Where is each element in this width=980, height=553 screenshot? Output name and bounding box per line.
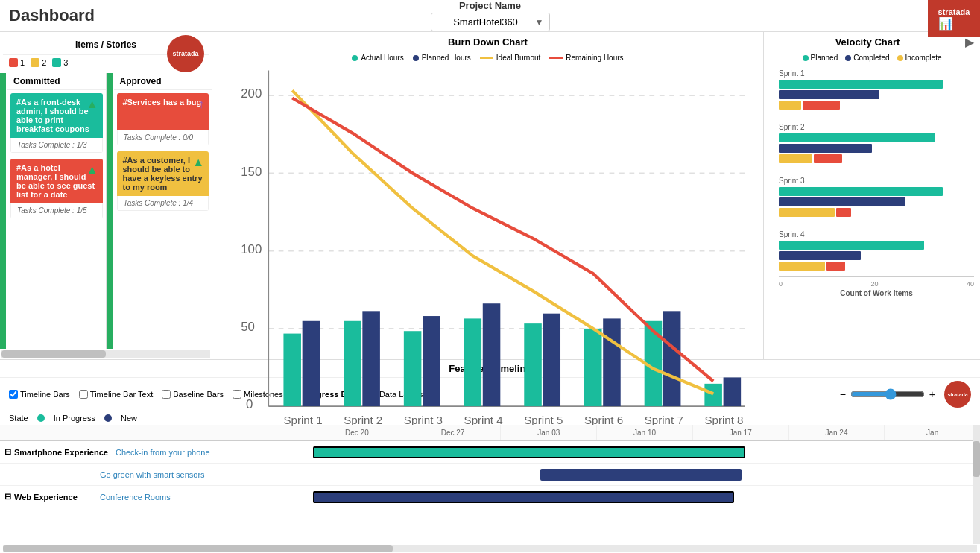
date-jan17: Jan 17 <box>693 425 789 440</box>
svg-rect-21 <box>584 329 602 406</box>
story-meta: Tasks Complete : 1/5 <box>10 203 103 218</box>
story-card-content: #Services has a bug ↑ <box>117 93 209 130</box>
sprint4-label: Sprint 4 <box>779 230 974 238</box>
committed-indicator <box>0 73 6 349</box>
svg-rect-12 <box>303 321 320 406</box>
feature-row: Go green with smart sensors <box>0 464 309 486</box>
vertical-scrollbar[interactable] <box>973 425 980 544</box>
story-card-content: #As a hotel manager, I should be able to… <box>10 159 103 203</box>
dashboard-title: Dashboard <box>9 6 95 25</box>
chart-legend: Actual Hours Planned Hours Ideal Burnout… <box>212 52 763 63</box>
timeline-bars-checkbox[interactable]: Timeline Bars <box>9 390 70 399</box>
burn-down-title: Burn Down Chart <box>212 32 763 52</box>
triangle-icon: ▲ <box>86 163 98 177</box>
svg-text:150: 150 <box>241 165 262 179</box>
sprint2-label: Sprint 2 <box>779 123 974 131</box>
approved-header: Approved <box>114 73 212 90</box>
sprint3-label: Sprint 3 <box>779 177 974 185</box>
burn-chart-area: 200 150 100 50 0 <box>212 63 763 453</box>
feature-name[interactable]: Conference Rooms <box>97 493 174 502</box>
date-jan24: Jan 24 <box>789 425 885 440</box>
svg-rect-19 <box>524 323 542 406</box>
plus-icon[interactable]: + <box>929 388 935 400</box>
zoom-slider[interactable] <box>850 388 925 400</box>
new-dot <box>104 414 112 422</box>
svg-rect-14 <box>362 311 380 406</box>
zoom-slider-section: − + <box>840 388 935 400</box>
date-jan10: Jan 10 <box>597 425 693 440</box>
story-card[interactable]: #Services has a bug ↑ Tasks Complete : 0… <box>117 93 209 145</box>
svg-rect-15 <box>404 331 422 406</box>
story-card[interactable]: #As a front-desk admin, I should be able… <box>10 93 103 153</box>
collapse-icon[interactable]: ⊟ <box>4 447 11 457</box>
timeline-scrollbar-h[interactable] <box>3 545 977 552</box>
story-card-content: #As a front-desk admin, I should be able… <box>10 93 103 138</box>
story-card[interactable]: #As a customer, I should be able to have… <box>117 151 209 211</box>
project-name-label: Project Name <box>459 0 521 11</box>
svg-rect-18 <box>483 303 501 406</box>
in-progress-dot <box>37 414 45 422</box>
story-meta: Tasks Complete : 1/4 <box>117 196 209 211</box>
svg-rect-22 <box>603 318 621 406</box>
gantt-bar-green <box>540 469 742 481</box>
velocity-chart-area: Sprint 1 Sprint 2 <box>764 63 980 359</box>
story-card-content: #As a customer, I should be able to have… <box>117 151 209 196</box>
scrollbar-h[interactable] <box>1 350 210 358</box>
svg-rect-26 <box>724 377 742 406</box>
gantt-bar-checkin <box>313 446 745 458</box>
svg-rect-25 <box>704 384 722 406</box>
timeline-avatar: stratada <box>944 381 971 408</box>
svg-rect-11 <box>283 334 301 407</box>
feature-group: ⊟ Smartphone Experience <box>0 447 113 457</box>
x-label-40: 40 <box>967 280 974 288</box>
x-label-20: 20 <box>870 280 878 288</box>
gantt-chart-area: Dec 20 Dec 27 Jan 03 Jan 10 Jan 17 Jan 2… <box>309 425 980 544</box>
logo: stratada 📊 <box>928 0 980 37</box>
velocity-title: Velocity Chart <box>770 37 965 48</box>
logo-icon: 📊 <box>938 16 970 31</box>
sprint1-label: Sprint 1 <box>779 69 974 78</box>
svg-text:200: 200 <box>241 86 262 101</box>
story-card[interactable]: #As a hotel manager, I should be able to… <box>10 159 103 218</box>
svg-text:50: 50 <box>241 320 255 334</box>
date-dec20: Dec 20 <box>309 425 405 440</box>
committed-header: Committed <box>7 73 106 90</box>
date-jan: Jan <box>885 425 980 440</box>
story-meta: Tasks Complete : 0/0 <box>117 130 209 145</box>
count-of-work-items: Count of Work Items <box>779 289 974 297</box>
svg-rect-20 <box>543 314 560 406</box>
gantt-bar-conference <box>313 491 734 503</box>
timeline-bar-text-checkbox[interactable]: Timeline Bar Text <box>79 390 153 399</box>
feature-name[interactable]: Check-in from your phone <box>113 448 213 457</box>
feature-row: ⊟ Web Experience Conference Rooms <box>0 486 309 508</box>
triangle-icon: ▲ <box>192 156 204 169</box>
velocity-legend: Planned Completed Incomplete <box>764 52 980 63</box>
date-jan03: Jan 03 <box>501 425 597 440</box>
minus-icon[interactable]: − <box>840 388 846 400</box>
project-dropdown[interactable]: SmartHotel360 <box>431 13 550 31</box>
feature-name[interactable]: Go green with smart sensors <box>97 470 208 479</box>
logo-text: stratada <box>938 7 970 16</box>
collapse-icon[interactable]: ⊟ <box>4 492 11 502</box>
approved-indicator <box>107 73 113 349</box>
svg-rect-13 <box>344 321 361 406</box>
svg-rect-17 <box>464 318 482 406</box>
svg-rect-16 <box>423 316 440 406</box>
project-name-section: Project Name SmartHotel360 ▼ <box>431 0 550 31</box>
avatar-top: stratada <box>167 35 204 72</box>
feature-group: ⊟ Web Experience <box>0 492 97 502</box>
x-label-0: 0 <box>779 280 783 288</box>
svg-text:100: 100 <box>241 242 262 256</box>
up-arrow-icon: ↑ <box>198 98 204 111</box>
svg-rect-24 <box>663 311 681 406</box>
svg-text:0: 0 <box>246 397 253 411</box>
date-dec27: Dec 27 <box>405 425 502 440</box>
triangle-icon: ▲ <box>86 98 98 111</box>
story-meta: Tasks Complete : 1/3 <box>10 138 103 153</box>
